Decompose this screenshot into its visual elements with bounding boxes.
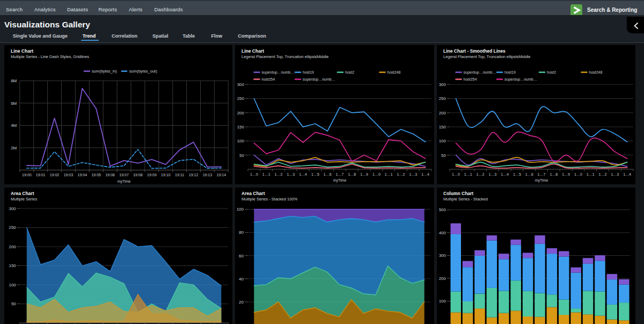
svg-text:1…0: 1…0 [372,172,380,176]
svg-text:1…0: 1…0 [574,172,582,176]
svg-text:19:10: 19:10 [161,173,171,177]
svg-text:1…1: 1…1 [587,172,595,176]
svg-text:19:01: 19:01 [36,173,46,177]
svg-text:host19: host19 [303,70,314,74]
svg-text:1…1: 1…1 [262,172,270,176]
svg-text:sum(bytes_in): sum(bytes_in) [92,69,118,74]
svg-text:20: 20 [239,300,244,305]
svg-text:1…6: 1…6 [324,172,332,176]
svg-text:19:12: 19:12 [189,173,199,177]
svg-text:1…7: 1…7 [538,172,546,176]
svg-text:300: 300 [439,253,447,258]
svg-text:40: 40 [239,277,244,282]
svg-text:200: 200 [9,244,16,249]
svg-text:myTime: myTime [118,179,131,184]
svg-text:myTime: myTime [535,178,548,183]
svg-text:1…2: 1…2 [275,172,283,176]
svg-text:host248: host248 [387,70,401,74]
svg-text:150: 150 [439,125,447,129]
svg-text:250: 250 [9,225,16,230]
svg-text:150: 150 [9,263,16,268]
svg-text:host254: host254 [262,77,275,81]
svg-text:200: 200 [439,276,447,281]
svg-text:400: 400 [439,231,447,235]
svg-text:300: 300 [9,206,16,211]
svg-text:1…0: 1…0 [452,172,460,176]
svg-text:80: 80 [239,230,244,235]
svg-text:19:11: 19:11 [175,173,184,177]
svg-text:19:00: 19:00 [22,173,32,177]
svg-text:60: 60 [239,254,244,258]
svg-text:100: 100 [9,283,16,287]
svg-text:superdup…numb…: superdup…numb… [504,77,537,82]
svg-text:50: 50 [239,153,244,158]
svg-text:8M: 8M [11,78,17,83]
svg-text:1…4: 1…4 [421,172,429,176]
svg-text:1…1: 1…1 [464,172,472,176]
svg-text:1…3: 1…3 [611,172,619,176]
svg-text:1…4: 1…4 [501,172,509,176]
svg-text:host248: host248 [589,70,603,74]
svg-text:host2: host2 [345,70,354,74]
svg-text:host254: host254 [464,77,477,81]
svg-text:500: 500 [439,207,447,212]
svg-text:1…2: 1…2 [477,172,485,176]
svg-text:19:06: 19:06 [105,173,115,177]
svg-text:1…3: 1…3 [409,172,417,176]
svg-text:19:13: 19:13 [203,173,213,177]
svg-text:1…1: 1…1 [385,172,393,176]
svg-text:19:14: 19:14 [217,173,226,177]
svg-text:1…0: 1…0 [250,172,258,176]
svg-text:host19: host19 [504,70,516,74]
svg-text:4M: 4M [11,123,17,128]
svg-text:superdup…numb…: superdup…numb… [303,77,335,82]
svg-text:19:05: 19:05 [91,173,101,177]
svg-text:19:04: 19:04 [78,173,87,177]
svg-text:myTime: myTime [333,178,347,183]
svg-text:200: 200 [439,111,447,116]
svg-text:19:09: 19:09 [147,173,157,177]
svg-text:1…4: 1…4 [299,172,307,176]
svg-text:1…6: 1…6 [525,172,533,176]
svg-text:19:08: 19:08 [133,173,143,177]
svg-text:6M: 6M [11,101,17,106]
svg-text:superdup…numb…: superdup…numb… [262,70,295,75]
svg-text:100: 100 [439,139,447,143]
svg-text:sum(bytes_out): sum(bytes_out) [129,69,157,74]
svg-text:19:07: 19:07 [119,173,129,177]
svg-text:1…9: 1…9 [562,172,570,176]
svg-text:300: 300 [439,82,447,87]
svg-text:1…9: 1…9 [360,172,368,176]
svg-text:150: 150 [237,125,245,129]
svg-text:1…5: 1…5 [513,172,521,176]
svg-text:250: 250 [439,96,447,101]
svg-text:1…3: 1…3 [287,172,295,176]
svg-text:19:02: 19:02 [50,173,60,177]
svg-text:100: 100 [237,207,244,212]
svg-text:1…8: 1…8 [550,172,558,176]
svg-text:50: 50 [11,301,16,306]
svg-text:1…8: 1…8 [348,172,356,176]
svg-text:200: 200 [237,111,245,116]
svg-text:50: 50 [441,153,446,158]
svg-text:100: 100 [237,139,245,143]
svg-text:1…3: 1…3 [488,172,496,176]
svg-text:1…4: 1…4 [623,172,631,176]
svg-text:100: 100 [439,299,447,304]
svg-text:19:03: 19:03 [64,173,74,177]
svg-text:2M: 2M [11,146,17,150]
svg-text:1…2: 1…2 [599,172,607,176]
svg-text:1…5: 1…5 [311,172,319,176]
svg-text:host2: host2 [547,70,556,74]
svg-text:1…7: 1…7 [336,172,344,176]
svg-text:300: 300 [237,82,245,87]
svg-text:superdup…numb…: superdup…numb… [464,70,496,75]
svg-text:250: 250 [237,96,245,101]
svg-text:1…2: 1…2 [397,172,405,176]
